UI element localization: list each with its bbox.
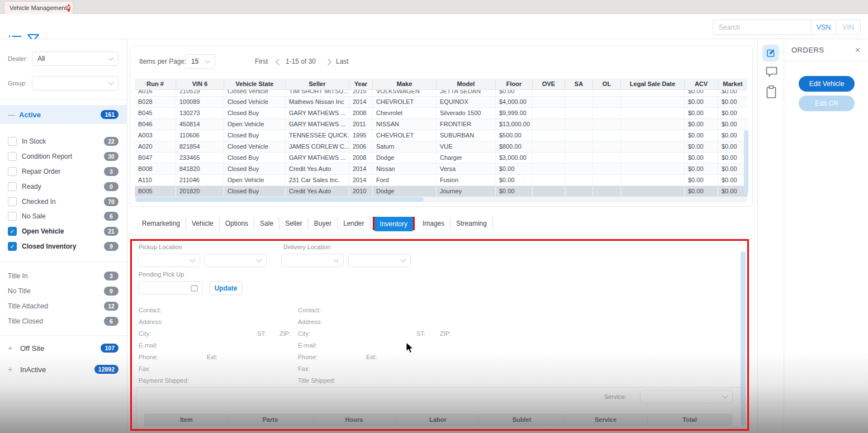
tab-images[interactable]: Images: [417, 217, 450, 230]
vin-button[interactable]: VIN: [836, 20, 861, 35]
checkbox[interactable]: [8, 167, 17, 176]
delivery-location-select-2[interactable]: [348, 254, 411, 267]
cell: A020: [135, 141, 176, 152]
column-header[interactable]: Seller: [286, 79, 349, 89]
tab-streaming[interactable]: Streaming: [450, 217, 493, 230]
filter-condition-report[interactable]: Condition Report 30: [0, 150, 127, 163]
pickup-location-select-1[interactable]: [138, 254, 200, 267]
column-header[interactable]: SA: [565, 79, 593, 89]
filter-title-attached[interactable]: Title Attached 12: [0, 299, 127, 313]
column-header[interactable]: Run #: [135, 79, 176, 89]
pagination-next-icon[interactable]: [325, 59, 331, 65]
filter-checked-in[interactable]: Checked In 70: [0, 195, 127, 208]
items-per-page-select[interactable]: 15: [184, 54, 215, 69]
checkbox-checked[interactable]: [8, 242, 17, 251]
column-header[interactable]: Year: [349, 79, 373, 89]
column-header[interactable]: Floor: [496, 79, 533, 89]
table-row[interactable]: B045 130273 Closed Buy GARY MATHEWS ... …: [135, 108, 747, 119]
cell: Silverado 1500: [437, 108, 496, 118]
table-row[interactable]: B008 841820 Closed Buy Credit Yes Auto 2…: [135, 164, 747, 175]
tab-inventory-active[interactable]: Inventory: [374, 217, 413, 231]
parts-column-header[interactable]: Total: [648, 415, 732, 425]
zip-label: ZIP:: [279, 330, 291, 337]
parts-column-header[interactable]: Hours: [312, 415, 396, 425]
checkbox[interactable]: [8, 197, 17, 206]
delivery-location-select-1[interactable]: [281, 254, 344, 267]
update-button[interactable]: Update: [210, 281, 242, 295]
expand-icon[interactable]: +: [8, 365, 20, 374]
search-input[interactable]: [713, 20, 812, 35]
edit-vehicle-button[interactable]: Edit Vehicle: [799, 76, 855, 92]
comments-icon[interactable]: [765, 66, 778, 78]
edit-tool-active[interactable]: [762, 45, 779, 61]
checkbox[interactable]: [8, 182, 17, 191]
column-header[interactable]: OL: [593, 79, 621, 89]
pagination-last[interactable]: Last: [336, 58, 349, 65]
inventory-scrollbar[interactable]: [741, 251, 746, 426]
column-header[interactable]: OVE: [533, 79, 565, 89]
filter-ready[interactable]: Ready 0: [0, 180, 127, 193]
sidebar-item-off-site[interactable]: + Off Site 107: [0, 341, 127, 355]
tab-options[interactable]: Options: [220, 217, 254, 230]
filter-repair-order[interactable]: Repair Order 3: [0, 165, 127, 178]
tab-lender[interactable]: Lender: [338, 217, 370, 230]
sidebar-item-inactive[interactable]: + InActive 12892: [0, 363, 127, 376]
table-row[interactable]: B047 233465 Closed Buy GARY MATHEWS ... …: [135, 153, 747, 164]
checkbox-checked[interactable]: [8, 227, 17, 236]
filter-closed-inventory[interactable]: Closed Inventory 9: [0, 240, 127, 253]
parts-column-header[interactable]: Sublet: [480, 415, 564, 425]
column-header[interactable]: Vehicle State: [224, 79, 286, 89]
column-header[interactable]: ACV: [685, 79, 718, 89]
table-row[interactable]: A110 211046 Open Vehicle 231 Car Sales I…: [135, 175, 747, 186]
parts-column-header[interactable]: Parts: [229, 415, 312, 425]
table-row[interactable]: A016 210519 Closed Vehicle TIM SHORT MIT…: [135, 90, 747, 97]
filter-no-sale[interactable]: No Sale 6: [0, 210, 127, 223]
sidebar-item-active[interactable]: — Active 161: [0, 105, 127, 124]
column-header[interactable]: Model: [437, 79, 496, 89]
checkbox[interactable]: [8, 137, 17, 146]
pending-pickup-date-input[interactable]: [138, 281, 203, 294]
filter-title-closed[interactable]: Title Closed 6: [0, 315, 127, 328]
orders-header: ORDERS ×: [784, 39, 868, 61]
expand-icon[interactable]: +: [8, 344, 20, 353]
dealer-select[interactable]: All: [32, 51, 118, 66]
column-header[interactable]: Market: [718, 79, 747, 89]
table-row[interactable]: B046 450814 Open Vehicle GARY MATHEWS ..…: [135, 119, 747, 130]
pagination-prev-icon[interactable]: [276, 59, 282, 65]
vertical-scrollbar[interactable]: [744, 130, 748, 195]
tab-close-icon[interactable]: ×: [67, 4, 70, 12]
browser-tab[interactable]: Vehicle Management ×: [4, 1, 73, 14]
column-header[interactable]: Legal Sale Date: [621, 79, 685, 89]
column-header[interactable]: VIN 6: [176, 79, 224, 89]
pickup-location-select-2[interactable]: [204, 254, 267, 267]
group-select[interactable]: [32, 76, 118, 91]
checkbox[interactable]: [8, 152, 17, 161]
table-row[interactable]: A020 821854 Closed Vehicle JAMES CORLEW …: [135, 141, 747, 153]
tab-remarketing[interactable]: Remarketing: [136, 217, 186, 230]
collapse-icon[interactable]: —: [8, 111, 19, 119]
filter-no-title[interactable]: No Title 9: [0, 284, 127, 298]
filter-title-in[interactable]: Title In 3: [0, 269, 127, 283]
parts-column-header[interactable]: Labor: [396, 415, 480, 425]
scrollbar-thumb[interactable]: [136, 197, 424, 202]
parts-column-header[interactable]: Item: [145, 415, 229, 425]
vsn-button[interactable]: VSN: [812, 20, 836, 35]
checkbox[interactable]: [8, 212, 17, 221]
pagination-first[interactable]: First: [255, 58, 268, 65]
clipboard-icon[interactable]: [766, 85, 777, 99]
table-row-selected[interactable]: B005 201820 Closed Buy Credit Yes Auto 2…: [135, 186, 747, 197]
column-header[interactable]: Make: [373, 79, 437, 89]
horizontal-scrollbar[interactable]: [135, 197, 747, 202]
table-row[interactable]: A003 110606 Closed Buy TENNESSEE QUICK..…: [135, 130, 747, 141]
filter-open-vehicle[interactable]: Open Vehicle 21: [0, 225, 127, 238]
parts-column-header[interactable]: Service: [564, 415, 648, 425]
tab-vehicle[interactable]: Vehicle: [186, 217, 220, 230]
tab-buyer[interactable]: Buyer: [309, 217, 338, 230]
tab-sale[interactable]: Sale: [254, 217, 279, 230]
service-select[interactable]: [640, 390, 733, 403]
filter-in-stock[interactable]: In Stock 22: [0, 135, 127, 148]
tab-seller[interactable]: Seller: [279, 217, 309, 230]
edit-cr-button-disabled[interactable]: Edit CR: [799, 96, 855, 111]
table-row[interactable]: B028 100089 Closed Vehicle Mathews Nissa…: [135, 97, 747, 108]
close-icon[interactable]: ×: [855, 45, 860, 55]
